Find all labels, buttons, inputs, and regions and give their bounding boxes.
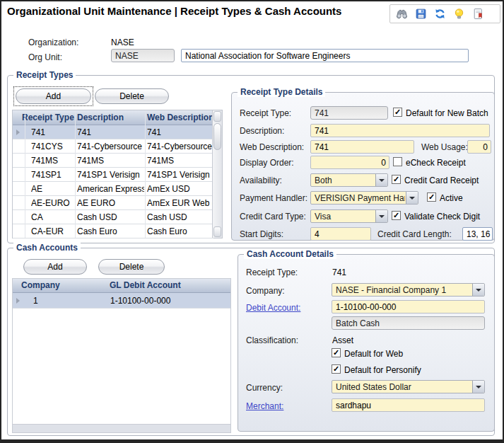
check-icon: ✓ bbox=[333, 349, 339, 357]
table-row[interactable]: AE-EURO AE EURO AmEx EUR Web (V bbox=[13, 196, 213, 210]
credit-card-receipt-checkbox[interactable]: ✓ bbox=[392, 175, 401, 184]
web-usage-field[interactable]: 0 bbox=[467, 140, 491, 154]
delete-cash-account-button[interactable]: Delete bbox=[98, 259, 165, 275]
default-for-new-batch-label: Default for New Batch bbox=[406, 108, 488, 118]
find-binoculars-icon[interactable] bbox=[396, 8, 408, 20]
chevron-down-icon[interactable] bbox=[472, 284, 484, 296]
chevron-down-icon[interactable] bbox=[472, 381, 484, 393]
check-icon: ✓ bbox=[394, 108, 401, 116]
table-row[interactable]: AE American Express AmEx USD bbox=[13, 182, 213, 196]
default-for-web-label: Default for Web bbox=[344, 349, 403, 359]
exit-document-icon[interactable] bbox=[472, 8, 484, 20]
window: Organizational Unit Maintenance | Receip… bbox=[0, 0, 504, 443]
check-icon: ✓ bbox=[393, 212, 399, 219]
table-row[interactable]: CA Cash USD Cash USD bbox=[13, 210, 213, 224]
start-digits-field[interactable]: 4 bbox=[310, 227, 371, 241]
classification-label: Classification: bbox=[246, 335, 298, 345]
cash-receipt-type-label: Receipt Type: bbox=[246, 267, 298, 277]
receipt-type-details-group: Receipt Type Details Receipt Type: 741 ✓… bbox=[231, 92, 495, 241]
receipt-types-legend: Receipt Types bbox=[13, 70, 76, 80]
credit-card-type-label: Credit Card Type: bbox=[240, 212, 306, 222]
payment-handler-select[interactable]: VERISIGN Payment Handle bbox=[310, 191, 418, 205]
save-icon[interactable] bbox=[415, 8, 427, 20]
credit-card-length-field[interactable]: 13, 16 bbox=[462, 227, 493, 241]
web-description-label: Web Description: bbox=[240, 142, 304, 152]
page-title: Organizational Unit Maintenance | Receip… bbox=[7, 5, 341, 17]
grid-column-divider bbox=[145, 110, 146, 238]
availability-select[interactable]: Both bbox=[310, 173, 388, 187]
classification-value: Asset bbox=[332, 335, 353, 345]
validate-check-digit-label: Validate Check Digit bbox=[404, 212, 480, 222]
merchant-field[interactable]: sardhapu bbox=[332, 398, 485, 412]
default-for-new-batch-checkbox[interactable]: ✓ bbox=[393, 108, 402, 117]
credit-card-receipt-label: Credit Card Receipt bbox=[404, 176, 479, 185]
add-cash-account-button[interactable]: Add bbox=[23, 259, 87, 275]
receipt-type-field: 741 bbox=[310, 106, 388, 120]
check-icon: ✓ bbox=[393, 176, 399, 183]
active-checkbox[interactable]: ✓ bbox=[427, 192, 436, 202]
table-row[interactable]: 1 1-10100-00-000 bbox=[13, 293, 230, 309]
web-description-field[interactable]: 741 bbox=[310, 140, 414, 154]
company-select[interactable]: NASE - Financial Company 1 bbox=[332, 283, 485, 297]
payment-handler-label: Payment Handler: bbox=[240, 193, 307, 203]
cash-accounts-grid: Company GL Debit Account 1 1-10100-00-00… bbox=[12, 278, 231, 433]
grid-footer-strip bbox=[13, 424, 230, 432]
organization-label: Organization: bbox=[28, 38, 78, 47]
refresh-icon[interactable] bbox=[434, 8, 446, 20]
add-receipt-type-button[interactable]: Add bbox=[16, 88, 91, 104]
chevron-down-icon[interactable] bbox=[375, 210, 387, 222]
validate-check-digit-checkbox[interactable]: ✓ bbox=[392, 211, 401, 220]
check-icon: ✓ bbox=[333, 365, 339, 373]
grid-column-divider bbox=[75, 110, 76, 238]
chevron-down-icon[interactable] bbox=[406, 192, 418, 204]
start-digits-label: Start Digits: bbox=[240, 229, 283, 239]
cash-accounts-legend: Cash Accounts bbox=[13, 243, 81, 253]
cash-account-details-group: Cash Account Details Receipt Type: 741 C… bbox=[238, 254, 495, 432]
org-unit-code-field: NASE bbox=[111, 49, 175, 62]
grid-column-divider bbox=[25, 110, 25, 238]
scroll-up-button[interactable] bbox=[213, 111, 221, 122]
web-usage-label: Web Usage: bbox=[421, 142, 468, 152]
default-for-personify-checkbox[interactable]: ✓ bbox=[332, 364, 341, 374]
column-header-description[interactable]: Description bbox=[77, 113, 124, 122]
echeck-receipt-label: eCheck Receipt bbox=[406, 158, 466, 168]
debit-account-field[interactable]: 1-10100-00-000 bbox=[332, 300, 485, 313]
tip-lightbulb-icon[interactable] bbox=[453, 8, 465, 20]
column-header-receipt-type[interactable]: Receipt Type bbox=[22, 113, 74, 122]
table-row[interactable]: 741CYS 741-Cybersource 741-Cybersource bbox=[13, 139, 213, 154]
currency-select[interactable]: United States Dollar bbox=[332, 380, 485, 393]
table-row[interactable]: 741SP1 741SP1 Verisign 741SP1 Verisign bbox=[13, 168, 213, 182]
availability-label: Availability: bbox=[240, 176, 282, 185]
echeck-receipt-checkbox[interactable]: ✓ bbox=[393, 157, 402, 166]
description-field[interactable]: 741 bbox=[310, 124, 490, 137]
credit-card-type-select[interactable]: Visa bbox=[310, 209, 388, 223]
table-row[interactable]: 741 741 741 bbox=[13, 125, 213, 139]
org-unit-name-field[interactable]: National Association for Software Engine… bbox=[181, 49, 469, 62]
display-order-field[interactable]: 0 bbox=[310, 156, 389, 169]
grid-scrollbar[interactable] bbox=[212, 110, 222, 238]
column-header-web-description[interactable]: Web Description bbox=[147, 113, 213, 122]
active-label: Active bbox=[440, 193, 463, 203]
scroll-down-button[interactable] bbox=[213, 226, 221, 237]
currency-label: Currency: bbox=[246, 383, 283, 393]
default-for-personify-label: Default for Personify bbox=[344, 365, 421, 375]
cash-accounts-grid-header: Company GL Debit Account bbox=[13, 279, 230, 293]
org-unit-label: Org Unit: bbox=[28, 52, 62, 62]
company-label: Company: bbox=[246, 286, 285, 296]
delete-receipt-type-button[interactable]: Delete bbox=[95, 88, 169, 104]
column-header-company[interactable]: Company bbox=[21, 280, 60, 290]
description-label: Description: bbox=[240, 126, 284, 136]
column-header-gl-debit-account[interactable]: GL Debit Account bbox=[110, 280, 181, 290]
cash-receipt-type-value: 741 bbox=[332, 267, 346, 277]
merchant-link[interactable]: Merchant: bbox=[246, 401, 283, 411]
chevron-down-icon[interactable] bbox=[375, 174, 387, 186]
scroll-thumb[interactable] bbox=[213, 123, 221, 150]
credit-card-length-label: Credit Card Length: bbox=[377, 229, 452, 239]
default-for-web-checkbox[interactable]: ✓ bbox=[332, 348, 341, 357]
row-selector-arrow-icon bbox=[16, 298, 20, 304]
table-row[interactable]: CA-EUR Cash Euro Cash Euro bbox=[13, 224, 213, 238]
receipt-types-grid: Receipt Type Description Web Description… bbox=[12, 110, 223, 238]
table-row[interactable]: 741MS 741MS 741MS bbox=[13, 154, 213, 168]
debit-account-link[interactable]: Debit Account: bbox=[246, 303, 300, 313]
row-selector-arrow-icon bbox=[16, 130, 20, 135]
